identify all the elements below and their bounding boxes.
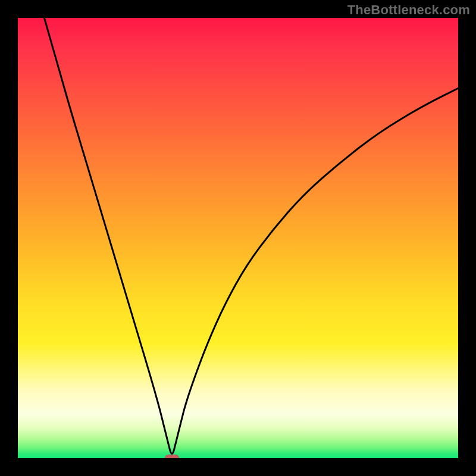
chart-frame: TheBottleneck.com [0, 0, 476, 476]
watermark-text: TheBottleneck.com [347, 2, 470, 18]
curve-layer [18, 18, 458, 458]
bottleneck-curve [44, 18, 458, 454]
optimum-marker [165, 455, 179, 458]
plot-area [18, 18, 458, 458]
